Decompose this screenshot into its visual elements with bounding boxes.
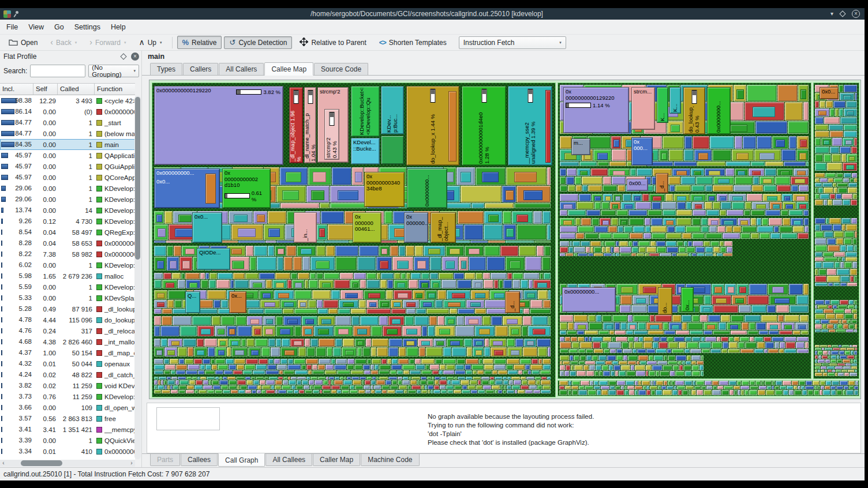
treemap-cell[interactable] bbox=[749, 322, 755, 330]
treemap-cell[interactable] bbox=[669, 149, 683, 161]
treemap-cell[interactable] bbox=[443, 347, 451, 356]
treemap-block[interactable]: _dl_name_match_p 1.04 % bbox=[304, 87, 316, 163]
treemap-cell[interactable] bbox=[484, 365, 493, 370]
treemap-cell[interactable] bbox=[827, 324, 833, 329]
treemap-cell[interactable] bbox=[471, 290, 489, 299]
treemap-cell[interactable] bbox=[372, 339, 388, 347]
treemap-cell[interactable] bbox=[592, 218, 599, 226]
treemap-cell[interactable] bbox=[799, 204, 806, 209]
treemap-cell[interactable] bbox=[692, 337, 701, 341]
treemap-cell[interactable] bbox=[829, 363, 837, 366]
treemap-cell[interactable] bbox=[621, 220, 627, 225]
treemap-cell[interactable] bbox=[476, 385, 482, 389]
treemap-cell[interactable] bbox=[198, 370, 204, 374]
treemap-cell[interactable] bbox=[403, 300, 419, 308]
treemap-block[interactable]: _dl_map_object 1.96 % bbox=[289, 87, 303, 163]
treemap-cell[interactable] bbox=[387, 280, 393, 288]
menu-settings[interactable]: Settings bbox=[69, 21, 106, 33]
treemap-cell[interactable] bbox=[693, 381, 695, 385]
treemap-cell[interactable] bbox=[237, 326, 252, 336]
treemap-cell[interactable] bbox=[689, 390, 691, 395]
treemap-cell[interactable] bbox=[781, 210, 788, 216]
treemap-cell[interactable] bbox=[777, 168, 793, 176]
treemap-cell[interactable] bbox=[577, 331, 584, 335]
treemap-cell[interactable] bbox=[621, 202, 635, 209]
treemap-cell[interactable] bbox=[294, 290, 312, 299]
treemap-cell[interactable] bbox=[297, 377, 306, 380]
treemap-cell[interactable] bbox=[815, 309, 823, 313]
treemap-cell[interactable] bbox=[357, 329, 367, 335]
treemap-cell[interactable] bbox=[503, 224, 516, 240]
treemap-cell[interactable] bbox=[367, 359, 371, 364]
treemap-cell[interactable] bbox=[626, 331, 633, 335]
treemap-cell[interactable] bbox=[316, 246, 326, 256]
treemap-cell[interactable] bbox=[231, 249, 242, 254]
treemap-cell[interactable] bbox=[409, 377, 411, 380]
treemap-cell[interactable] bbox=[276, 186, 306, 202]
treemap-cell[interactable] bbox=[840, 147, 851, 153]
treemap-cell[interactable] bbox=[364, 290, 386, 299]
treemap-cell[interactable] bbox=[741, 390, 744, 395]
treemap-cell[interactable] bbox=[457, 316, 464, 325]
table-row[interactable]: 4.784.44115 096do_lookup bbox=[0, 314, 135, 325]
treemap-cell[interactable] bbox=[616, 241, 619, 246]
treemap-cell[interactable] bbox=[586, 349, 593, 353]
treemap-cell[interactable] bbox=[245, 390, 251, 393]
treemap-cell[interactable] bbox=[734, 390, 737, 395]
treemap-cell[interactable] bbox=[738, 390, 740, 395]
treemap-cell[interactable] bbox=[619, 218, 628, 226]
treemap-cell[interactable] bbox=[334, 280, 350, 288]
search-input[interactable] bbox=[30, 65, 85, 77]
treemap-cell[interactable] bbox=[677, 202, 686, 209]
treemap-cell[interactable] bbox=[319, 228, 325, 237]
treemap-cell[interactable] bbox=[357, 341, 363, 346]
treemap-cell[interactable] bbox=[772, 381, 775, 385]
treemap-cell[interactable] bbox=[533, 211, 542, 224]
treemap-cell[interactable] bbox=[366, 339, 371, 347]
treemap-cell[interactable] bbox=[379, 377, 388, 380]
treemap-cell[interactable] bbox=[714, 287, 722, 293]
maximize-icon[interactable] bbox=[839, 10, 845, 17]
treemap-cell[interactable] bbox=[421, 283, 428, 288]
table-row[interactable]: 86.140.00(0)0x0000000 bbox=[0, 106, 135, 117]
treemap-cell[interactable] bbox=[855, 231, 857, 238]
treemap-cell[interactable] bbox=[568, 185, 575, 192]
treemap-cell[interactable] bbox=[845, 351, 850, 355]
treemap-cell[interactable] bbox=[276, 241, 294, 243]
treemap-cell[interactable] bbox=[737, 381, 741, 385]
treemap-cell[interactable] bbox=[684, 149, 694, 161]
treemap-cell[interactable] bbox=[760, 153, 775, 160]
treemap-cell[interactable] bbox=[842, 345, 849, 347]
treemap-block[interactable]: QIODe... bbox=[197, 248, 230, 270]
treemap-cell[interactable] bbox=[721, 390, 729, 395]
treemap-cell[interactable] bbox=[834, 324, 837, 329]
treemap-cell[interactable] bbox=[186, 390, 194, 393]
treemap-cell[interactable] bbox=[269, 377, 278, 380]
treemap-cell[interactable] bbox=[386, 290, 393, 299]
treemap-cell[interactable] bbox=[616, 253, 619, 256]
treemap-cell[interactable] bbox=[747, 331, 758, 335]
treemap-cell[interactable] bbox=[840, 93, 854, 100]
treemap-cell[interactable] bbox=[495, 326, 508, 336]
treemap-cell[interactable] bbox=[727, 247, 732, 253]
treemap-cell[interactable] bbox=[701, 226, 709, 232]
treemap-cell[interactable] bbox=[399, 347, 406, 356]
treemap-cell[interactable] bbox=[350, 280, 360, 288]
treemap-cell[interactable] bbox=[627, 322, 637, 330]
treemap-cell[interactable] bbox=[675, 381, 684, 385]
treemap-cell[interactable] bbox=[343, 339, 354, 347]
treemap-cell[interactable] bbox=[521, 280, 528, 288]
treemap-cell[interactable] bbox=[815, 218, 825, 224]
treemap-cell[interactable] bbox=[308, 300, 316, 308]
table-row[interactable]: 5.330.001KDevSplas bbox=[0, 292, 135, 303]
treemap-cell[interactable] bbox=[838, 373, 844, 376]
treemap-cell[interactable] bbox=[350, 390, 358, 393]
treemap-cell[interactable] bbox=[849, 386, 854, 389]
treemap-cell[interactable] bbox=[799, 381, 805, 385]
treemap-cell[interactable] bbox=[310, 377, 317, 380]
treemap-cell[interactable] bbox=[523, 290, 537, 299]
treemap-cell[interactable] bbox=[742, 381, 749, 385]
column-header-called[interactable]: Called bbox=[58, 84, 95, 95]
treemap-cell[interactable] bbox=[569, 349, 578, 353]
treemap-cell[interactable] bbox=[758, 390, 765, 395]
